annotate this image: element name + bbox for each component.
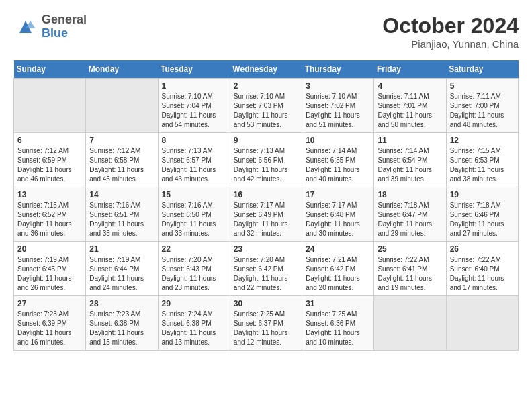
day-number: 6 [17, 136, 82, 145]
day-info: Sunrise: 7:18 AM Sunset: 6:47 PM Dayligh… [378, 201, 442, 238]
day-number: 8 [162, 136, 226, 145]
calendar-cell: 7Sunrise: 7:12 AM Sunset: 6:58 PM Daylig… [86, 133, 158, 187]
day-number: 10 [306, 136, 370, 145]
day-number: 16 [234, 190, 298, 199]
calendar-cell: 18Sunrise: 7:18 AM Sunset: 6:47 PM Dayli… [374, 187, 446, 242]
calendar-cell: 25Sunrise: 7:22 AM Sunset: 6:41 PM Dayli… [374, 242, 446, 296]
calendar-cell: 17Sunrise: 7:17 AM Sunset: 6:48 PM Dayli… [302, 187, 374, 242]
day-number: 12 [450, 136, 515, 145]
calendar-cell: 5Sunrise: 7:11 AM Sunset: 7:00 PM Daylig… [446, 79, 518, 133]
calendar-cell: 8Sunrise: 7:13 AM Sunset: 6:57 PM Daylig… [158, 133, 230, 187]
day-info: Sunrise: 7:13 AM Sunset: 6:57 PM Dayligh… [162, 146, 226, 184]
header-monday: Monday [86, 60, 158, 79]
calendar-cell: 21Sunrise: 7:19 AM Sunset: 6:44 PM Dayli… [86, 242, 158, 296]
day-number: 13 [17, 190, 82, 199]
day-info: Sunrise: 7:21 AM Sunset: 6:42 PM Dayligh… [306, 255, 370, 293]
logo-line2: Blue [42, 27, 87, 40]
day-number: 20 [17, 244, 82, 254]
calendar-cell [86, 79, 158, 133]
day-number: 5 [450, 81, 515, 91]
day-info: Sunrise: 7:23 AM Sunset: 6:39 PM Dayligh… [17, 310, 82, 347]
day-info: Sunrise: 7:18 AM Sunset: 6:46 PM Dayligh… [450, 201, 515, 238]
calendar-cell [14, 79, 86, 133]
calendar-week-row: 20Sunrise: 7:19 AM Sunset: 6:45 PM Dayli… [14, 242, 519, 296]
calendar-cell: 4Sunrise: 7:11 AM Sunset: 7:01 PM Daylig… [374, 79, 446, 133]
day-info: Sunrise: 7:19 AM Sunset: 6:45 PM Dayligh… [17, 255, 82, 293]
logo: General Blue [13, 13, 87, 40]
calendar-cell: 3Sunrise: 7:10 AM Sunset: 7:02 PM Daylig… [302, 79, 374, 133]
day-info: Sunrise: 7:12 AM Sunset: 6:59 PM Dayligh… [17, 146, 82, 184]
day-number: 19 [450, 190, 515, 199]
calendar-cell: 16Sunrise: 7:17 AM Sunset: 6:49 PM Dayli… [230, 187, 302, 242]
day-info: Sunrise: 7:20 AM Sunset: 6:42 PM Dayligh… [234, 255, 298, 293]
day-info: Sunrise: 7:19 AM Sunset: 6:44 PM Dayligh… [89, 255, 154, 293]
day-number: 3 [306, 81, 370, 91]
calendar-cell: 27Sunrise: 7:23 AM Sunset: 6:39 PM Dayli… [14, 296, 86, 351]
calendar-cell: 31Sunrise: 7:25 AM Sunset: 6:36 PM Dayli… [302, 296, 374, 351]
calendar-cell: 6Sunrise: 7:12 AM Sunset: 6:59 PM Daylig… [14, 133, 86, 187]
calendar-cell: 2Sunrise: 7:10 AM Sunset: 7:03 PM Daylig… [230, 79, 302, 133]
page-subtitle: Pianjiao, Yunnan, China [382, 38, 519, 50]
day-number: 28 [89, 299, 154, 308]
calendar-cell: 23Sunrise: 7:20 AM Sunset: 6:42 PM Dayli… [230, 242, 302, 296]
day-number: 25 [378, 244, 442, 254]
calendar-cell [374, 296, 446, 351]
day-info: Sunrise: 7:10 AM Sunset: 7:04 PM Dayligh… [162, 92, 226, 130]
day-number: 26 [450, 244, 515, 254]
day-info: Sunrise: 7:25 AM Sunset: 6:36 PM Dayligh… [306, 310, 370, 347]
calendar-week-row: 13Sunrise: 7:15 AM Sunset: 6:52 PM Dayli… [14, 187, 519, 242]
calendar-cell: 19Sunrise: 7:18 AM Sunset: 6:46 PM Dayli… [446, 187, 518, 242]
day-info: Sunrise: 7:25 AM Sunset: 6:37 PM Dayligh… [234, 310, 298, 347]
day-number: 15 [162, 190, 226, 199]
day-info: Sunrise: 7:10 AM Sunset: 7:03 PM Dayligh… [234, 92, 298, 130]
day-info: Sunrise: 7:17 AM Sunset: 6:49 PM Dayligh… [234, 201, 298, 238]
day-info: Sunrise: 7:10 AM Sunset: 7:02 PM Dayligh… [306, 92, 370, 130]
calendar-week-row: 1Sunrise: 7:10 AM Sunset: 7:04 PM Daylig… [14, 79, 519, 133]
day-number: 29 [162, 299, 226, 308]
header-thursday: Thursday [302, 60, 374, 79]
calendar-cell: 11Sunrise: 7:14 AM Sunset: 6:54 PM Dayli… [374, 133, 446, 187]
day-number: 18 [378, 190, 442, 199]
day-number: 17 [306, 190, 370, 199]
day-number: 11 [378, 136, 442, 145]
page-title: October 2024 [382, 13, 519, 38]
calendar-cell: 1Sunrise: 7:10 AM Sunset: 7:04 PM Daylig… [158, 79, 230, 133]
day-number: 2 [234, 81, 298, 91]
calendar-cell: 28Sunrise: 7:23 AM Sunset: 6:38 PM Dayli… [86, 296, 158, 351]
header-saturday: Saturday [446, 60, 518, 79]
day-info: Sunrise: 7:14 AM Sunset: 6:54 PM Dayligh… [378, 146, 442, 184]
calendar-cell: 15Sunrise: 7:16 AM Sunset: 6:50 PM Dayli… [158, 187, 230, 242]
day-info: Sunrise: 7:17 AM Sunset: 6:48 PM Dayligh… [306, 201, 370, 238]
logo-icon [13, 15, 38, 39]
calendar-cell: 30Sunrise: 7:25 AM Sunset: 6:37 PM Dayli… [230, 296, 302, 351]
header-sunday: Sunday [14, 60, 86, 79]
day-info: Sunrise: 7:14 AM Sunset: 6:55 PM Dayligh… [306, 146, 370, 184]
day-number: 24 [306, 244, 370, 254]
calendar-cell: 26Sunrise: 7:22 AM Sunset: 6:40 PM Dayli… [446, 242, 518, 296]
calendar-body: 1Sunrise: 7:10 AM Sunset: 7:04 PM Daylig… [14, 79, 519, 351]
day-number: 14 [89, 190, 154, 199]
day-info: Sunrise: 7:15 AM Sunset: 6:52 PM Dayligh… [17, 201, 82, 238]
day-number: 31 [306, 299, 370, 308]
day-info: Sunrise: 7:11 AM Sunset: 7:01 PM Dayligh… [378, 92, 442, 130]
calendar-cell: 22Sunrise: 7:20 AM Sunset: 6:43 PM Dayli… [158, 242, 230, 296]
header-tuesday: Tuesday [158, 60, 230, 79]
title-block: October 2024 Pianjiao, Yunnan, China [382, 13, 519, 50]
day-info: Sunrise: 7:12 AM Sunset: 6:58 PM Dayligh… [89, 146, 154, 184]
day-number: 21 [89, 244, 154, 254]
calendar-cell [446, 296, 518, 351]
header-friday: Friday [374, 60, 446, 79]
day-number: 27 [17, 299, 82, 308]
day-number: 7 [89, 136, 154, 145]
calendar-header: SundayMondayTuesdayWednesdayThursdayFrid… [14, 60, 519, 79]
calendar-cell: 24Sunrise: 7:21 AM Sunset: 6:42 PM Dayli… [302, 242, 374, 296]
calendar-cell: 10Sunrise: 7:14 AM Sunset: 6:55 PM Dayli… [302, 133, 374, 187]
day-info: Sunrise: 7:13 AM Sunset: 6:56 PM Dayligh… [234, 146, 298, 184]
calendar-cell: 20Sunrise: 7:19 AM Sunset: 6:45 PM Dayli… [14, 242, 86, 296]
day-number: 23 [234, 244, 298, 254]
header-row: SundayMondayTuesdayWednesdayThursdayFrid… [14, 60, 519, 79]
day-info: Sunrise: 7:22 AM Sunset: 6:41 PM Dayligh… [378, 255, 442, 293]
page-header: General Blue October 2024 Pianjiao, Yunn… [13, 13, 519, 50]
day-info: Sunrise: 7:11 AM Sunset: 7:00 PM Dayligh… [450, 92, 515, 130]
day-info: Sunrise: 7:15 AM Sunset: 6:53 PM Dayligh… [450, 146, 515, 184]
